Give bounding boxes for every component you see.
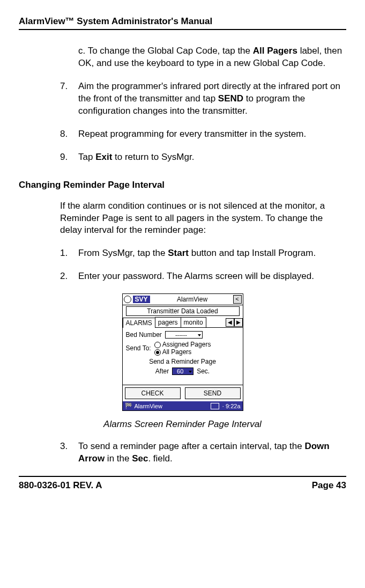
radio-assigned-pagers[interactable]: Assigned Pagers bbox=[154, 341, 211, 348]
text: button and tap Install Program. bbox=[189, 248, 316, 258]
sec-label: Sec. bbox=[197, 367, 210, 375]
tab-bar: ALARMS pagers monito ◀ ▶ bbox=[123, 317, 243, 328]
radio-label: All Pagers bbox=[162, 348, 192, 356]
check-button[interactable]: CHECK bbox=[125, 387, 181, 399]
text: to return to SysMgr. bbox=[112, 152, 194, 162]
device-screenshot: SVY AlarmView < Transmitter Data Loaded … bbox=[122, 293, 243, 411]
status-line: Transmitter Data Loaded bbox=[126, 306, 240, 316]
step-1: 1. From SysMgr, tap the Start button and… bbox=[60, 247, 346, 260]
text: . field. bbox=[148, 453, 172, 464]
start-icon[interactable]: 🏁 bbox=[125, 402, 132, 409]
send-to-label: Send To: bbox=[126, 344, 151, 352]
substep-c: c. To change the Global Cap Code, tap th… bbox=[78, 45, 346, 70]
section-intro: If the alarm condition continues or is n… bbox=[60, 200, 346, 237]
figure-caption: Alarms Screen Reminder Page Interval bbox=[19, 419, 346, 430]
radio-all-pagers[interactable]: All Pagers bbox=[154, 348, 211, 356]
step-7: 7. Aim the programmer's infrared port di… bbox=[60, 80, 346, 117]
text: From SysMgr, tap the bbox=[78, 248, 168, 258]
app-title: AlarmView bbox=[152, 296, 233, 303]
all-pagers-label: All Pagers bbox=[253, 46, 297, 56]
bed-number-dropdown[interactable]: ------ bbox=[165, 331, 203, 339]
status-icon bbox=[124, 296, 131, 303]
seconds-dropdown[interactable]: 60 bbox=[172, 367, 193, 375]
tab-scroll-left[interactable]: ◀ bbox=[226, 318, 234, 327]
tab-monitor[interactable]: monito bbox=[181, 317, 206, 327]
title-bar: SVY AlarmView < bbox=[123, 294, 243, 305]
tab-alarms[interactable]: ALARMS bbox=[123, 318, 155, 328]
bed-number-label: Bed Number bbox=[126, 331, 162, 339]
keyboard-icon[interactable] bbox=[211, 403, 219, 409]
text: Enter your password. The Alarms screen w… bbox=[78, 270, 346, 283]
radio-label: Assigned Pagers bbox=[162, 341, 211, 348]
step-number: 9. bbox=[60, 151, 78, 164]
section-heading: Changing Reminder Page Interval bbox=[19, 180, 346, 190]
step-number: 2. bbox=[60, 270, 78, 283]
taskbar-time: · 9:22a bbox=[222, 403, 241, 409]
footer-page-number: Page 43 bbox=[312, 480, 346, 491]
tab-scroll-right[interactable]: ▶ bbox=[234, 318, 243, 327]
sec-field-label: Sec bbox=[132, 453, 148, 464]
after-label: After bbox=[155, 367, 169, 375]
text: Tap bbox=[78, 152, 95, 162]
step-number: 7. bbox=[60, 80, 78, 117]
step-number: 8. bbox=[60, 128, 78, 141]
exit-label: Exit bbox=[95, 152, 112, 162]
send-label: SEND bbox=[218, 93, 243, 104]
close-button[interactable]: < bbox=[233, 295, 242, 304]
step-8: 8. Repeat programming for every transmit… bbox=[60, 128, 346, 141]
step-3: 3. To send a reminder page after a certa… bbox=[60, 440, 346, 465]
tab-pagers[interactable]: pagers bbox=[155, 317, 181, 327]
step-number: 1. bbox=[60, 247, 78, 260]
send-button[interactable]: SEND bbox=[185, 387, 241, 399]
text: To send a reminder page after a certain … bbox=[78, 441, 304, 451]
reminder-text: Send a Reminder Page bbox=[126, 358, 240, 365]
text: Repeat programming for every transmitter… bbox=[78, 128, 346, 141]
text: c. To change the Global Cap Code, tap th… bbox=[78, 46, 253, 56]
footer-doc-number: 880-0326-01 REV. A bbox=[19, 480, 102, 491]
step-9: 9. Tap Exit to return to SysMgr. bbox=[60, 151, 346, 164]
start-label: Start bbox=[168, 248, 189, 258]
taskbar-app[interactable]: AlarmView bbox=[135, 403, 162, 409]
page-header: AlarmView™ System Administrator's Manual bbox=[19, 16, 346, 30]
step-2: 2. Enter your password. The Alarms scree… bbox=[60, 270, 346, 283]
text: in the bbox=[105, 453, 132, 464]
step-number: 3. bbox=[60, 440, 78, 465]
taskbar: 🏁 AlarmView · 9:22a bbox=[123, 401, 243, 410]
svy-badge[interactable]: SVY bbox=[133, 296, 150, 303]
